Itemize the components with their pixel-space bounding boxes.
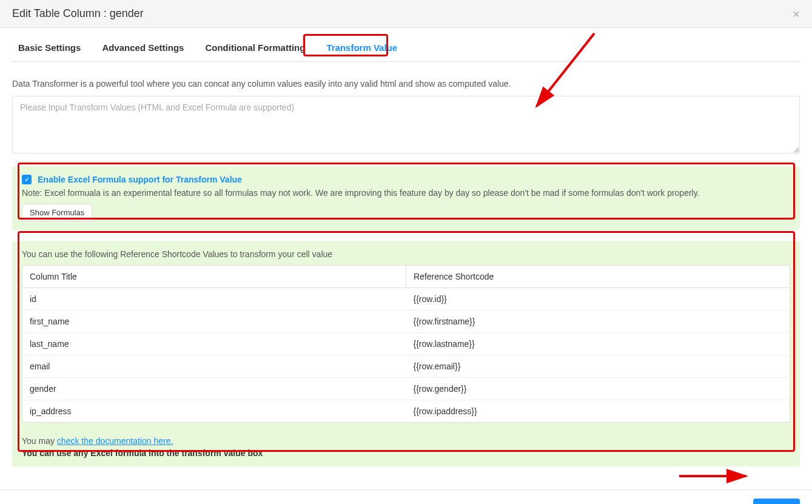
reference-shortcode-panel: You can use the following Reference Shor… [12,241,800,466]
enable-excel-checkbox[interactable]: ✓ [22,175,32,184]
tab-advanced-settings[interactable]: Advanced Settings [102,34,184,61]
documentation-link[interactable]: check the documentation here. [57,436,173,446]
close-icon[interactable]: × [793,8,800,20]
transform-value-input[interactable] [12,96,800,153]
tab-basic-settings[interactable]: Basic Settings [18,34,81,61]
excel-formula-bold-note: You can use any Excel formula into the t… [22,448,790,458]
reference-shortcode-cell: {{row.gender}} [406,378,790,400]
update-button[interactable]: Update [753,499,800,504]
table-row: email {{row.email}} [22,355,790,378]
table-row: ip_address {{row.ipaddress}} [22,400,790,423]
reference-shortcode-cell: {{row.id}} [406,288,790,311]
documentation-line: You may check the documentation here. [22,436,790,446]
tabs: Basic Settings Advanced Settings Conditi… [12,34,800,62]
table-row: last_name {{row.lastname}} [22,333,790,355]
reference-shortcode-cell: {{row.ipaddress}} [406,400,790,423]
enable-excel-label: Enable Excel Formula support for Transfo… [38,175,242,184]
table-row: first_name {{row.firstname}} [22,311,790,333]
reference-table: Column Title Reference Shortcode id {{ro… [22,265,790,423]
reference-shortcode-cell: {{row.firstname}} [406,311,790,333]
tab-transform-value[interactable]: Transform Value [326,34,397,61]
transform-description: Data Transformer is a powerful tool wher… [12,79,800,89]
column-title-header: Column Title [22,266,406,288]
modal-footer: Update [0,489,812,504]
show-formulas-button[interactable]: Show Formulas [22,204,92,221]
column-title-cell: first_name [22,311,406,333]
doc-prefix: You may [22,436,57,446]
reference-shortcode-header: Reference Shortcode [406,266,790,288]
reference-shortcode-cell: {{row.lastname}} [406,333,790,355]
reference-shortcode-cell: {{row.email}} [406,355,790,378]
tab-conditional-formatting[interactable]: Conditional Formatting [205,34,305,61]
reference-description: You can use the following Reference Shor… [22,249,790,259]
column-title-cell: gender [22,378,406,400]
table-row: id {{row.id}} [22,288,790,311]
column-title-cell: last_name [22,333,406,355]
column-title-cell: ip_address [22,400,406,423]
modal-title: Edit Table Column : gender [12,7,144,20]
modal-header: Edit Table Column : gender × [0,0,812,28]
column-title-cell: email [22,355,406,378]
excel-formula-panel: ✓ Enable Excel Formula support for Trans… [12,166,800,230]
excel-note: Note: Excel formuala is an experimental … [22,188,790,198]
column-title-cell: id [22,288,406,311]
table-row: gender {{row.gender}} [22,378,790,400]
